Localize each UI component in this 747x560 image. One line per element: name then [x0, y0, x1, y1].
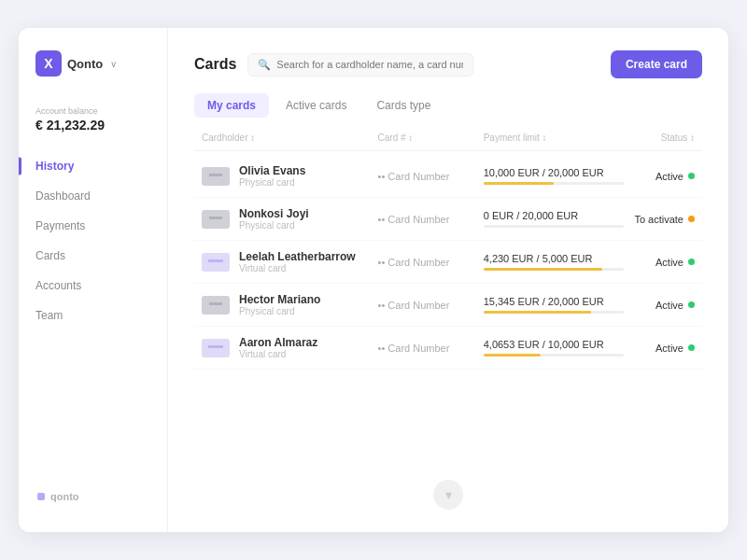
- sidebar-item-payments[interactable]: Payments: [19, 211, 167, 241]
- svg-rect-10: [208, 345, 223, 348]
- table-row[interactable]: Aaron Almaraz Virtual card •• Card Numbe…: [194, 327, 702, 370]
- table-row[interactable]: Hector Mariano Physical card •• Card Num…: [194, 284, 702, 327]
- tab-active-cards[interactable]: Active cards: [273, 93, 359, 118]
- status-dot: [688, 259, 695, 265]
- table-body: Olivia Evans Physical card •• Card Numbe…: [194, 155, 702, 370]
- status-label: Active: [655, 257, 684, 268]
- holder-info: Nonkosi Joyi Physical card: [239, 207, 309, 231]
- sidebar-item-team[interactable]: Team: [19, 301, 167, 330]
- holder-name: Olivia Evans: [239, 164, 305, 177]
- limit-bar-fill: [484, 268, 603, 271]
- limit-bar-track: [484, 225, 624, 228]
- col-header-cardholder: Cardholder ↕: [202, 133, 378, 143]
- status-dot: [688, 301, 695, 308]
- limit-text: 10,000 EUR / 20,000 EUR: [484, 167, 625, 178]
- holder-name: Hector Mariano: [239, 293, 320, 306]
- tab-cards-type[interactable]: Cards type: [363, 93, 444, 118]
- cardholder-cell: Hector Mariano Physical card: [202, 293, 378, 316]
- card-type-icon: [202, 253, 230, 272]
- card-type-icon: [202, 296, 230, 315]
- main-content: Cards 🔍 Create card My cardsActive cards…: [168, 28, 728, 532]
- holder-info: Aaron Almaraz Virtual card: [239, 336, 317, 359]
- limit-bar-track: [484, 268, 624, 271]
- search-box[interactable]: 🔍: [247, 53, 473, 77]
- sidebar-item-cards[interactable]: Cards: [19, 241, 167, 271]
- logo-icon: X: [35, 50, 62, 77]
- tab-my-cards[interactable]: My cards: [194, 93, 269, 118]
- page-title: Cards: [194, 56, 236, 73]
- payment-limit-cell: 0 EUR / 20,000 EUR: [484, 210, 625, 228]
- cardholder-cell: Olivia Evans Physical card: [202, 164, 378, 188]
- status-cell: To activate: [625, 214, 695, 225]
- cardholder-cell: Leelah Leatherbarrow Virtual card: [202, 250, 378, 273]
- card-type-label: Physical card: [239, 306, 320, 316]
- balance-label: Account balance: [35, 106, 150, 116]
- svg-rect-6: [208, 259, 223, 262]
- table-row[interactable]: Nonkosi Joyi Physical card •• Card Numbe…: [194, 198, 702, 241]
- balance-amount: € 21,232.29: [35, 118, 150, 133]
- card-type-label: Physical card: [239, 177, 305, 188]
- card-number: •• Card Number: [378, 257, 484, 268]
- sidebar-item-dashboard[interactable]: Dashboard: [19, 181, 167, 211]
- sidebar-bottom: qonto: [19, 476, 167, 517]
- search-input[interactable]: [276, 59, 463, 70]
- payment-limit-cell: 4,0653 EUR / 10,000 EUR: [484, 339, 625, 357]
- limit-bar-fill: [484, 354, 542, 357]
- sidebar-logo[interactable]: X Qonto ∨: [19, 50, 167, 95]
- status-label: Active: [655, 171, 684, 182]
- sidebar: X Qonto ∨ Account balance € 21,232.29 Hi…: [19, 28, 168, 532]
- card-type-label: Virtual card: [239, 263, 356, 273]
- status-label: Active: [655, 300, 684, 311]
- search-icon: 🔍: [258, 59, 271, 71]
- limit-text: 0 EUR / 20,000 EUR: [484, 210, 625, 221]
- table-header: Cardholder ↕ Card # ↕ Payment limit ↕ St…: [194, 133, 702, 151]
- sidebar-bottom-logo: qonto: [35, 491, 150, 502]
- status-dot: [688, 344, 695, 351]
- svg-rect-2: [209, 174, 222, 176]
- scroll-indicator: ▾: [194, 480, 702, 510]
- card-type-label: Physical card: [239, 220, 309, 231]
- col-header-card-number: Card # ↕: [378, 133, 484, 143]
- card-type-icon: [202, 210, 230, 229]
- status-cell: Active: [625, 300, 695, 311]
- svg-rect-8: [209, 302, 222, 305]
- limit-text: 4,230 EUR / 5,000 EUR: [484, 253, 625, 264]
- top-bar-left: Cards 🔍: [194, 53, 473, 77]
- logo-chevron-icon: ∨: [110, 59, 117, 69]
- payment-limit-cell: 15,345 EUR / 20,000 EUR: [484, 296, 625, 314]
- create-card-button[interactable]: Create card: [611, 50, 702, 78]
- limit-bar-track: [484, 182, 624, 185]
- status-cell: Active: [625, 343, 695, 354]
- holder-name: Leelah Leatherbarrow: [239, 250, 356, 263]
- card-number: •• Card Number: [378, 171, 484, 182]
- sidebar-item-history[interactable]: History: [19, 151, 167, 181]
- card-number: •• Card Number: [378, 214, 484, 225]
- svg-rect-4: [209, 217, 222, 219]
- top-bar: Cards 🔍 Create card: [194, 50, 702, 78]
- tabs: My cardsActive cardsCards type: [194, 93, 702, 118]
- account-balance: Account balance € 21,232.29: [19, 95, 167, 151]
- sidebar-item-accounts[interactable]: Accounts: [19, 271, 167, 301]
- limit-text: 4,0653 EUR / 10,000 EUR: [484, 339, 625, 350]
- holder-name: Aaron Almaraz: [239, 336, 317, 349]
- table-row[interactable]: Leelah Leatherbarrow Virtual card •• Car…: [194, 241, 702, 284]
- col-header-payment-limit: Payment limit ↕: [484, 133, 625, 143]
- status-cell: Active: [625, 171, 695, 182]
- holder-name: Nonkosi Joyi: [239, 207, 309, 220]
- table-row[interactable]: Olivia Evans Physical card •• Card Numbe…: [194, 155, 702, 198]
- holder-info: Leelah Leatherbarrow Virtual card: [239, 250, 356, 273]
- payment-limit-cell: 10,000 EUR / 20,000 EUR: [484, 167, 625, 185]
- card-number: •• Card Number: [378, 343, 484, 354]
- cardholder-cell: Aaron Almaraz Virtual card: [202, 336, 378, 359]
- table-container: Cardholder ↕ Card # ↕ Payment limit ↕ St…: [194, 133, 702, 469]
- scroll-dot: ▾: [433, 480, 463, 510]
- status-label: To activate: [634, 214, 684, 225]
- status-cell: Active: [625, 257, 695, 268]
- limit-bar-track: [484, 311, 624, 314]
- limit-bar-fill: [484, 311, 592, 314]
- limit-text: 15,345 EUR / 20,000 EUR: [484, 296, 625, 307]
- limit-bar-track: [484, 354, 624, 357]
- card-number: •• Card Number: [378, 300, 484, 311]
- status-dot: [688, 216, 695, 222]
- card-type-label: Virtual card: [239, 349, 317, 359]
